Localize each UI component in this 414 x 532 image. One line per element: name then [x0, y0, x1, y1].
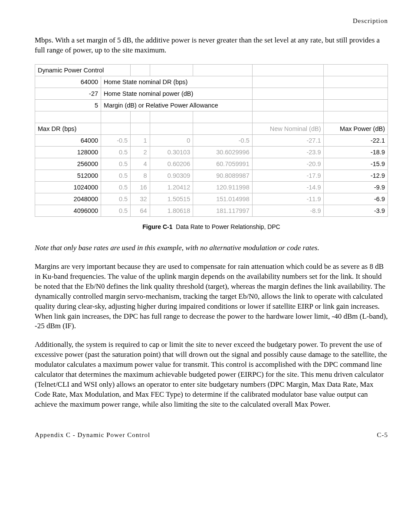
cell-dr: 256000 — [35, 158, 101, 170]
note-paragraph: Note that only base rates are used in th… — [35, 243, 388, 253]
param-label: Home State nominal power (dB) — [101, 88, 253, 99]
cell-nn: -14.9 — [252, 181, 324, 193]
cell-c2: 0.5 — [101, 146, 131, 158]
footer-left: Appendix C - Dynamic Power Control — [35, 431, 150, 439]
margins-paragraph: Margins are very important because they … — [35, 262, 388, 332]
col-header-newnom: New Nominal (dB) — [252, 123, 324, 134]
cell-c5: -0.5 — [193, 134, 253, 146]
cell-c2: 0.5 — [101, 205, 131, 216]
empty-cell — [252, 88, 324, 99]
cell-c3: 1 — [131, 134, 150, 146]
cell-dr: 512000 — [35, 170, 101, 181]
figure-caption-text: Data Rate to Power Relationship, DPC — [176, 223, 280, 230]
empty-cell — [193, 64, 253, 76]
param-row: -27 Home State nominal power (dB) — [35, 88, 388, 99]
cell-c4: 0.60206 — [150, 158, 193, 170]
table-row: 1024000 0.5 16 1.20412 120.911998 -14.9 … — [35, 181, 388, 193]
cell-nn: -27.1 — [252, 134, 324, 146]
cell-c4: 0.90309 — [150, 170, 193, 181]
cell-c5: 151.014998 — [193, 193, 253, 205]
col-header-maxdr: Max DR (bps) — [35, 123, 101, 134]
spacer-row — [35, 111, 388, 123]
table-row: 64000 -0.5 1 0 -0.5 -27.1 -22.1 — [35, 134, 388, 146]
cell-c5: 181.117997 — [193, 205, 253, 216]
empty-cell — [252, 99, 324, 111]
cell-c3: 8 — [131, 170, 150, 181]
empty-cell — [324, 76, 388, 88]
cell-c2: 0.5 — [101, 170, 131, 181]
cell-mp: -15.9 — [324, 158, 388, 170]
cell-nn: -17.9 — [252, 170, 324, 181]
cell-c4: 1.20412 — [150, 181, 193, 193]
cell-c3: 16 — [131, 181, 150, 193]
table-row: 4096000 0.5 64 1.80618 181.117997 -8.9 -… — [35, 205, 388, 216]
cell-c2: 0.5 — [101, 158, 131, 170]
cell-c4: 0.30103 — [150, 146, 193, 158]
cell-mp: -22.1 — [324, 134, 388, 146]
empty-cell — [324, 99, 388, 111]
cell-c5: 60.7059991 — [193, 158, 253, 170]
cell-mp: -12.9 — [324, 170, 388, 181]
cell-mp: -6.9 — [324, 193, 388, 205]
page-header-section: Description — [35, 17, 388, 25]
cell-mp: -18.9 — [324, 146, 388, 158]
param-value: 64000 — [35, 76, 101, 88]
additional-paragraph: Additionally, the system is required to … — [35, 340, 388, 410]
empty-cell — [252, 64, 324, 76]
empty-cell — [101, 123, 131, 134]
cell-c4: 1.80618 — [150, 205, 193, 216]
param-label: Margin (dB) or Relative Power Allowance — [101, 99, 253, 111]
cell-nn: -8.9 — [252, 205, 324, 216]
dpc-title-row: Dynamic Power Control — [35, 64, 388, 76]
cell-c5: 120.911998 — [193, 181, 253, 193]
table-row: 512000 0.5 8 0.90309 90.8089987 -17.9 -1… — [35, 170, 388, 181]
figure-label: Figure C-1 — [142, 223, 172, 230]
footer-right: C-5 — [377, 431, 388, 439]
cell-dr: 128000 — [35, 146, 101, 158]
cell-nn: -23.9 — [252, 146, 324, 158]
cell-nn: -20.9 — [252, 158, 324, 170]
dpc-table: Dynamic Power Control 64000 Home State n… — [35, 64, 388, 217]
cell-dr: 2048000 — [35, 193, 101, 205]
table-row: 2048000 0.5 32 1.50515 151.014998 -11.9 … — [35, 193, 388, 205]
intro-paragraph: Mbps. With a set margin of 5 dB, the add… — [35, 36, 388, 55]
col-header-maxpow: Max Power (dB) — [324, 123, 388, 134]
empty-cell — [150, 64, 193, 76]
dpc-title-cell: Dynamic Power Control — [35, 64, 131, 76]
empty-cell — [193, 123, 253, 134]
cell-c2: 0.5 — [101, 193, 131, 205]
empty-cell — [324, 64, 388, 76]
empty-cell — [131, 64, 150, 76]
empty-cell — [324, 88, 388, 99]
table-row: 128000 0.5 2 0.30103 30.6029996 -23.9 -1… — [35, 146, 388, 158]
param-value: -27 — [35, 88, 101, 99]
param-label: Home State nominal DR (bps) — [101, 76, 253, 88]
header-row: Max DR (bps) New Nominal (dB) Max Power … — [35, 123, 388, 134]
cell-c3: 32 — [131, 193, 150, 205]
empty-cell — [150, 123, 193, 134]
cell-c3: 64 — [131, 205, 150, 216]
empty-cell — [252, 76, 324, 88]
cell-c5: 90.8089987 — [193, 170, 253, 181]
cell-c3: 4 — [131, 158, 150, 170]
cell-c2: -0.5 — [101, 134, 131, 146]
cell-mp: -9.9 — [324, 181, 388, 193]
cell-mp: -3.9 — [324, 205, 388, 216]
cell-dr: 1024000 — [35, 181, 101, 193]
cell-c4: 0 — [150, 134, 193, 146]
cell-c2: 0.5 — [101, 181, 131, 193]
cell-dr: 64000 — [35, 134, 101, 146]
cell-nn: -11.9 — [252, 193, 324, 205]
cell-c3: 2 — [131, 146, 150, 158]
table-row: 256000 0.5 4 0.60206 60.7059991 -20.9 -1… — [35, 158, 388, 170]
figure-caption: Figure C-1 Data Rate to Power Relationsh… — [35, 223, 388, 230]
page-footer: Appendix C - Dynamic Power Control C-5 — [35, 431, 388, 439]
param-row: 5 Margin (dB) or Relative Power Allowanc… — [35, 99, 388, 111]
cell-c5: 30.6029996 — [193, 146, 253, 158]
cell-c4: 1.50515 — [150, 193, 193, 205]
param-value: 5 — [35, 99, 101, 111]
cell-dr: 4096000 — [35, 205, 101, 216]
param-row: 64000 Home State nominal DR (bps) — [35, 76, 388, 88]
empty-cell — [131, 123, 150, 134]
